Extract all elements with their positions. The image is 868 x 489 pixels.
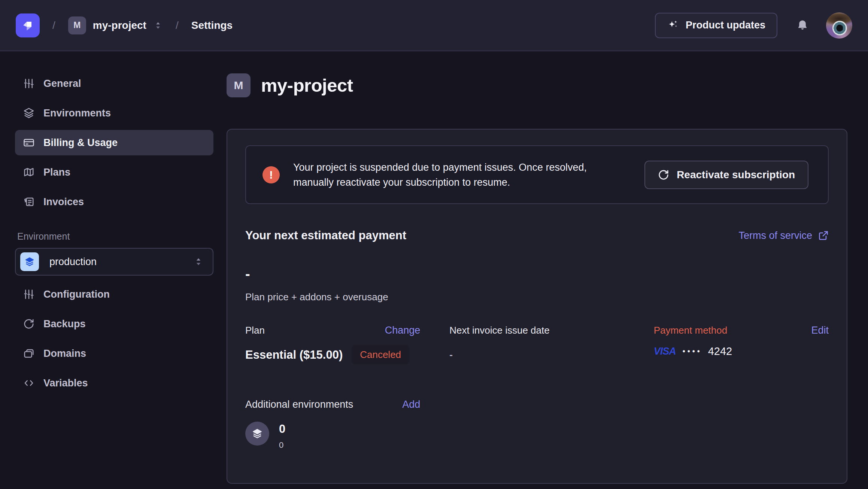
environment-icon-box	[20, 252, 39, 271]
product-updates-button[interactable]: Product updates	[655, 13, 777, 38]
environments-count-avatar	[245, 422, 269, 446]
user-avatar[interactable]	[826, 12, 852, 39]
sidebar-item-billing-usage[interactable]: Billing & Usage	[15, 130, 213, 155]
plan-label: Plan	[245, 325, 265, 336]
environments-count: 0	[279, 422, 285, 436]
map-icon	[23, 167, 34, 178]
sidebar-item-domains[interactable]: Domains	[15, 341, 213, 366]
breadcrumb-project-name: my-project	[93, 19, 146, 31]
code-icon	[23, 377, 34, 389]
next-invoice-label: Next invoice issue date	[449, 325, 549, 336]
external-link-icon	[818, 230, 829, 241]
plan-value: Essential ($15.00)	[245, 348, 343, 362]
payment-section-header: Your next estimated payment Terms of ser…	[245, 229, 829, 242]
sidebar-item-environments[interactable]: Environments	[15, 100, 213, 126]
sparkles-icon	[667, 19, 679, 31]
topbar-actions: Product updates	[655, 12, 852, 39]
app-logo-icon	[20, 18, 35, 33]
environments-counts: 0 0	[279, 422, 285, 450]
sidebar-item-configuration[interactable]: Configuration	[15, 282, 213, 307]
alert-message-line2: manually reactivate your subscription to…	[293, 175, 587, 190]
rotate-cw-icon	[23, 318, 34, 329]
layers-icon	[24, 256, 35, 267]
sidebar-item-label: Environments	[43, 107, 111, 119]
environment-select[interactable]: production	[15, 248, 213, 276]
sidebar-item-label: Billing & Usage	[43, 137, 118, 149]
stacked-pages-icon	[23, 348, 34, 359]
sidebar-item-label: Plans	[43, 167, 70, 178]
terms-of-service-link[interactable]: Terms of service	[738, 230, 829, 242]
sidebar-item-label: Invoices	[43, 196, 84, 208]
terms-of-service-label: Terms of service	[738, 230, 812, 242]
additional-environments-block: Additional environments Add 0 0	[245, 399, 420, 450]
reactivate-subscription-button[interactable]: Reactivate subscription	[644, 161, 808, 189]
add-environment-link[interactable]: Add	[402, 399, 420, 410]
breadcrumb-separator: /	[52, 19, 55, 31]
page-header: M my-project	[227, 73, 847, 97]
reactivate-subscription-label: Reactivate subscription	[677, 169, 795, 181]
product-updates-label: Product updates	[686, 19, 765, 31]
sliders-icon	[23, 289, 34, 300]
layers-icon	[252, 428, 263, 439]
edit-payment-method-link[interactable]: Edit	[811, 325, 829, 336]
breadcrumb-project-switcher[interactable]: M my-project	[68, 16, 163, 34]
sidebar-item-plans[interactable]: Plans	[15, 160, 213, 185]
chevrons-up-down-icon	[193, 256, 204, 267]
next-invoice-column: Next invoice issue date -	[449, 325, 624, 364]
credit-card-icon	[23, 137, 34, 148]
plan-column: Plan Change Essential ($15.00) Canceled	[245, 325, 420, 364]
sidebar-item-general[interactable]: General	[15, 71, 213, 96]
page-title: my-project	[261, 75, 353, 96]
sidebar-item-label: General	[43, 78, 81, 89]
project-initial-badge: M	[68, 16, 86, 34]
environments-subcount: 0	[279, 440, 285, 450]
card-number-dots: ••••	[683, 347, 702, 356]
additional-environments-label: Additional environments	[245, 399, 353, 410]
billing-card: ! Your project is suspended due to payme…	[227, 129, 847, 484]
rotate-cw-icon	[658, 169, 669, 180]
settings-sidebar: General Environments Billing & Usage Pla…	[15, 51, 213, 400]
sidebar-item-variables[interactable]: Variables	[15, 370, 213, 396]
breadcrumb-separator: /	[176, 19, 179, 31]
sidebar-item-backups[interactable]: Backups	[15, 311, 213, 337]
alert-message-line1: Your project is suspended due to payment…	[293, 160, 587, 175]
change-plan-link[interactable]: Change	[385, 325, 421, 336]
receipt-icon	[23, 196, 34, 207]
next-invoice-value: -	[449, 349, 453, 361]
sidebar-item-label: Domains	[43, 348, 86, 359]
alert-message: Your project is suspended due to payment…	[293, 160, 587, 190]
alert-exclamation-icon: !	[262, 166, 280, 183]
payment-method-label: Payment method	[654, 325, 728, 336]
billing-info-row: Plan Change Essential ($15.00) Canceled …	[245, 325, 829, 364]
environment-select-value: production	[49, 256, 97, 268]
estimated-payment-value: -	[245, 266, 829, 282]
chevrons-up-down-icon	[153, 21, 163, 30]
plan-status-badge: Canceled	[352, 345, 409, 364]
visa-logo: VISA	[654, 346, 676, 357]
project-initial-badge: M	[227, 73, 251, 97]
suspension-alert: ! Your project is suspended due to payme…	[245, 145, 829, 204]
card-last4: 4242	[708, 345, 732, 358]
sliders-icon	[23, 78, 34, 89]
app-logo[interactable]	[16, 13, 40, 37]
sidebar-item-label: Configuration	[43, 289, 110, 300]
sidebar-item-label: Backups	[43, 318, 86, 330]
environment-section-label: Environment	[17, 231, 213, 242]
payment-method-column: Payment method Edit VISA •••• 4242	[654, 325, 829, 364]
notifications-bell-icon[interactable]	[796, 19, 809, 32]
payment-section-title: Your next estimated payment	[245, 229, 406, 242]
estimated-payment-formula: Plan price + addons + overusage	[245, 291, 829, 303]
sidebar-item-label: Variables	[43, 377, 88, 389]
layers-icon	[23, 107, 34, 119]
top-bar: / M my-project / Settings Product update…	[0, 0, 868, 51]
sidebar-item-invoices[interactable]: Invoices	[15, 189, 213, 215]
breadcrumb-page[interactable]: Settings	[191, 19, 233, 31]
main-content: M my-project ! Your project is suspended…	[227, 51, 847, 484]
